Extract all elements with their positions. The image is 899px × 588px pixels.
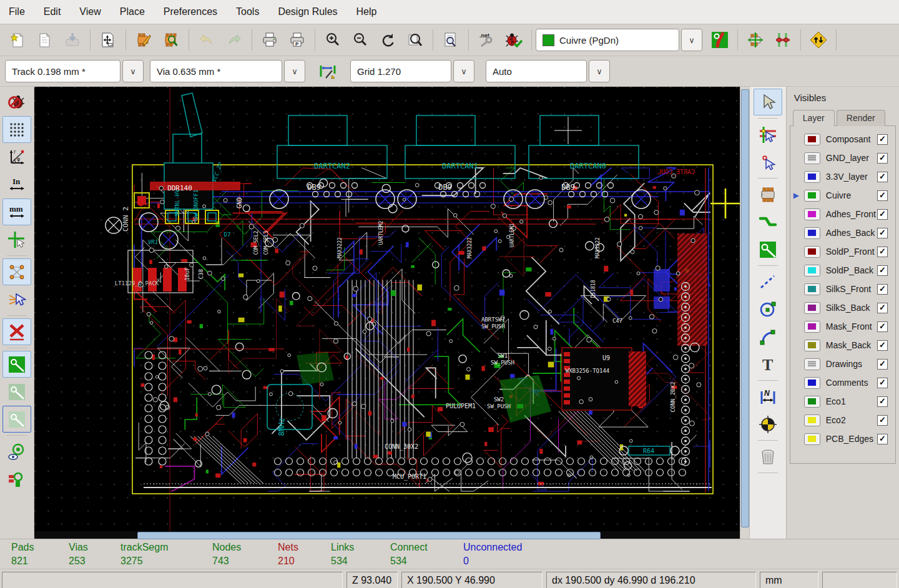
layer-visibility-checkbox[interactable]: ✓ (877, 209, 888, 220)
layer-color-swatch[interactable] (804, 283, 820, 295)
grid-dropdown[interactable]: ∨ (453, 60, 474, 82)
layer-color-swatch[interactable] (804, 340, 820, 351)
layer-row-mask_back[interactable]: Mask_Back✓ (790, 336, 895, 355)
auto-delete-track-button[interactable] (2, 318, 31, 345)
layer-visibility-checkbox[interactable]: ✓ (877, 284, 888, 295)
layer-row-gnd_layer[interactable]: GND_layer✓ (790, 149, 895, 167)
footprint-mode-button[interactable] (742, 26, 769, 54)
auto-track-width-button[interactable] (314, 57, 341, 85)
layer-color-swatch[interactable] (804, 302, 820, 314)
via-size-combo[interactable]: Via 0.635 mm * (150, 60, 282, 82)
ratsnest-show-button[interactable] (2, 258, 31, 285)
plot-button[interactable]: P (283, 26, 311, 54)
track-display-mode-button[interactable] (706, 26, 734, 54)
netlist-button[interactable]: .net (473, 26, 500, 54)
layer-color-swatch[interactable] (804, 396, 820, 408)
layer-row-silks_back[interactable]: SilkS_Back✓ (790, 298, 895, 317)
layer-row-3.3v_layer[interactable]: 3.3V_layer✓ (790, 167, 895, 186)
canvas-vscrollbar-thumb[interactable] (741, 89, 749, 527)
grid-visibility-button[interactable] (2, 116, 31, 143)
menu-preferences[interactable]: Preferences (164, 6, 217, 17)
module-ratsnest-button[interactable] (2, 286, 31, 313)
layer-row-silks_front[interactable]: SilkS_Front✓ (790, 280, 895, 298)
layer-select-dropdown-button[interactable]: ∨ (681, 29, 702, 51)
zoom-fit-button[interactable] (401, 26, 429, 54)
units-mm-button[interactable]: mm (2, 198, 31, 225)
layer-visibility-checkbox[interactable]: ✓ (877, 172, 888, 182)
delete-tool-button[interactable] (754, 443, 782, 470)
layer-visibility-checkbox[interactable]: ✓ (877, 359, 888, 370)
polar-coords-button[interactable]: φr (2, 144, 31, 170)
zones-show-outline-button[interactable] (2, 406, 31, 433)
canvas-hscrollbar[interactable] (34, 531, 740, 539)
layer-color-swatch[interactable] (804, 227, 820, 239)
layer-visibility-checkbox[interactable]: ✓ (877, 265, 888, 276)
layer-color-swatch[interactable] (804, 321, 820, 333)
layer-visibility-checkbox[interactable]: ✓ (877, 134, 888, 145)
add-dimension-tool-button[interactable]: N (754, 383, 782, 410)
add-footprint-tool-button[interactable] (754, 181, 782, 208)
zoom-dropdown[interactable]: ∨ (589, 60, 610, 82)
zoom-combo[interactable]: Auto (486, 60, 587, 82)
layer-visibility-checkbox[interactable]: ✓ (877, 396, 888, 407)
footprint-viewer-button[interactable] (157, 26, 185, 54)
footprint-editor-button[interactable] (130, 26, 157, 54)
redo-button[interactable] (220, 26, 248, 54)
add-target-tool-button[interactable] (754, 411, 782, 438)
layer-color-swatch[interactable] (804, 265, 820, 277)
layer-select-combo[interactable]: Cuivre (PgDn) (536, 29, 679, 51)
tab-layer[interactable]: Layer (793, 110, 835, 126)
print-button[interactable] (256, 26, 283, 54)
layer-visibility-checkbox[interactable]: ✓ (877, 190, 888, 201)
cursor-shape-button[interactable] (2, 226, 31, 253)
layer-row-eco1[interactable]: Eco1✓ (790, 392, 895, 411)
layer-row-adhes_front[interactable]: Adhes_Front✓ (790, 205, 895, 223)
units-inches-button[interactable]: In (2, 171, 31, 198)
via-sketch-mode-button[interactable] (2, 438, 31, 465)
layer-visibility-checkbox[interactable]: ✓ (877, 247, 888, 257)
menu-place[interactable]: Place (120, 6, 145, 17)
canvas-hscrollbar-thumb[interactable] (137, 532, 601, 539)
layer-row-mask_front[interactable]: Mask_Front✓ (790, 317, 895, 336)
layer-visibility-checkbox[interactable]: ✓ (877, 340, 888, 351)
zones-show-filled-button[interactable] (2, 351, 31, 378)
add-zone-tool-button[interactable] (754, 236, 782, 263)
drc-check-button[interactable] (500, 26, 528, 54)
layer-row-cuivre[interactable]: ▶Cuivre✓ (790, 186, 895, 205)
track-width-dropdown[interactable]: ∨ (122, 60, 144, 82)
layer-color-swatch[interactable] (804, 134, 820, 145)
layer-color-swatch[interactable] (804, 152, 820, 164)
layer-visibility-checkbox[interactable]: ✓ (877, 228, 888, 238)
layer-color-swatch[interactable] (804, 246, 820, 258)
zoom-out-button[interactable] (346, 26, 374, 54)
layer-row-soldp_back[interactable]: SoldP_Back✓ (790, 261, 895, 280)
layer-visibility-checkbox[interactable]: ✓ (877, 434, 888, 444)
layer-color-swatch[interactable] (804, 377, 820, 389)
menu-file[interactable]: File (9, 6, 25, 17)
grid-combo[interactable]: Grid 1.270 (350, 60, 451, 82)
layer-visibility-checkbox[interactable]: ✓ (877, 378, 888, 388)
track-sketch-mode-button[interactable] (2, 466, 31, 492)
menu-edit[interactable]: Edit (44, 6, 61, 17)
layer-row-eco2[interactable]: Eco2✓ (790, 411, 895, 429)
canvas-vscrollbar[interactable] (740, 87, 749, 539)
layer-visibility-checkbox[interactable]: ✓ (877, 303, 888, 313)
tab-render[interactable]: Render (837, 110, 885, 126)
menu-tools[interactable]: Tools (236, 6, 259, 17)
layer-row-soldp_front[interactable]: SoldP_Front✓ (790, 242, 895, 261)
track-mode-button[interactable] (769, 26, 797, 54)
drc-off-button[interactable] (2, 89, 31, 115)
select-tool-button[interactable] (754, 89, 782, 115)
layer-row-composant[interactable]: Composant✓ (790, 130, 895, 149)
layer-visibility-checkbox[interactable]: ✓ (877, 153, 888, 164)
undo-button[interactable] (193, 26, 220, 54)
layer-color-swatch[interactable] (804, 190, 820, 202)
layer-color-swatch[interactable] (804, 208, 820, 220)
sheet-settings-button[interactable] (94, 26, 122, 54)
pcb-canvas[interactable]: CONN 2SMTNL-HVSW_ONOFF1DDR140VCC_2PGNDDA… (34, 87, 740, 539)
add-graphic-line-tool-button[interactable] (754, 268, 782, 295)
layer-row-pcb_edges[interactable]: PCB_Edges✓ (790, 429, 895, 448)
menu-help[interactable]: Help (356, 6, 377, 17)
menu-view[interactable]: View (79, 6, 101, 17)
autoroute-mode-button[interactable] (805, 26, 832, 54)
